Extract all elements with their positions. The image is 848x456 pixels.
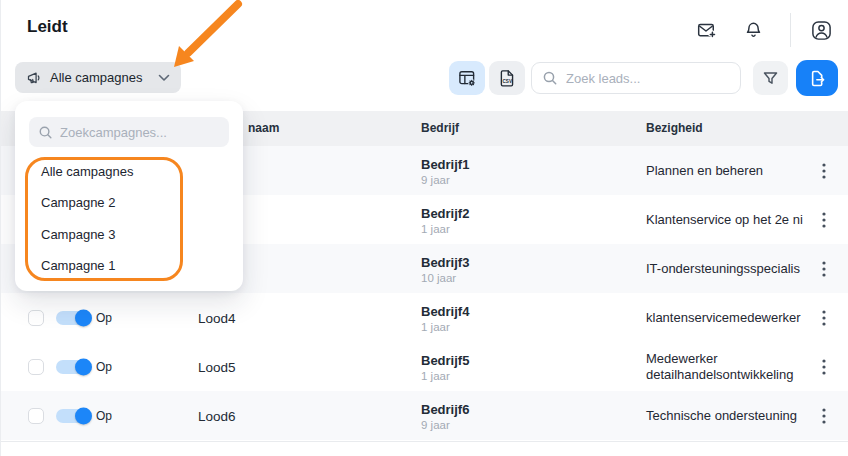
company-name: Bedrijf2 bbox=[421, 205, 469, 220]
row-menu-button[interactable] bbox=[815, 354, 833, 380]
kebab-icon bbox=[822, 310, 826, 326]
export-button[interactable] bbox=[796, 60, 838, 96]
leads-search-input[interactable] bbox=[566, 71, 730, 86]
company-age: 9 jaar bbox=[421, 418, 469, 430]
table-row: Op Lood6 Bedrijf6 9 jaar Technische onde… bbox=[1, 391, 848, 440]
company-age: 1 jaar bbox=[421, 320, 469, 332]
table-columns-gear-icon bbox=[458, 69, 477, 88]
column-header-name: naam bbox=[248, 111, 279, 146]
toggle-knob bbox=[75, 358, 92, 375]
occupation: Plannen en beheren bbox=[646, 163, 824, 179]
row-menu-button[interactable] bbox=[815, 403, 833, 429]
compose-mail-button[interactable] bbox=[692, 16, 720, 44]
company-name: Bedrijf1 bbox=[421, 156, 469, 171]
campaign-search-input[interactable] bbox=[60, 125, 220, 140]
campaign-dropdown: Alle campagnes Campagne 2 Campagne 3 Cam… bbox=[15, 101, 243, 291]
company-cell: Bedrijf1 9 jaar bbox=[421, 156, 469, 185]
toggle-label: Op bbox=[96, 409, 112, 423]
row-menu-button[interactable] bbox=[815, 305, 833, 331]
account-button[interactable] bbox=[807, 16, 835, 44]
company-age: 1 jaar bbox=[421, 369, 469, 381]
company-cell: Bedrijf4 1 jaar bbox=[421, 303, 469, 332]
megaphone-icon bbox=[26, 70, 42, 86]
page-title: Leidt bbox=[27, 17, 68, 37]
toggle-knob bbox=[75, 407, 92, 424]
company-name: Bedrijf3 bbox=[421, 254, 469, 269]
company-name: Bedrijf6 bbox=[421, 401, 469, 416]
dropdown-item[interactable]: Alle campagnes bbox=[41, 162, 134, 182]
leads-page: Leidt Alle campagnes bbox=[0, 0, 848, 456]
company-cell: Bedrijf5 1 jaar bbox=[421, 352, 469, 381]
lead-name: Lood5 bbox=[198, 359, 236, 374]
dropdown-item[interactable]: Campagne 2 bbox=[41, 193, 115, 213]
company-age: 9 jaar bbox=[421, 173, 469, 185]
row-checkbox[interactable] bbox=[28, 310, 44, 326]
toggle-label: Op bbox=[96, 311, 112, 325]
table-row: Op Lood4 Bedrijf4 1 jaar klantenservicem… bbox=[1, 293, 848, 342]
column-settings-button[interactable] bbox=[449, 61, 485, 95]
kebab-icon bbox=[822, 261, 826, 277]
column-header-company: Bedrijf bbox=[421, 111, 459, 146]
kebab-icon bbox=[822, 163, 826, 179]
occupation: Medewerker detailhandelsontwikkeling bbox=[646, 351, 824, 383]
column-header-occupation: Bezigheid bbox=[646, 111, 703, 146]
row-checkbox[interactable] bbox=[28, 359, 44, 375]
occupation: Technische ondersteuning bbox=[646, 408, 824, 424]
search-icon bbox=[542, 70, 558, 86]
search-icon bbox=[38, 125, 53, 140]
row-toggle[interactable] bbox=[56, 409, 91, 423]
bell-icon bbox=[744, 21, 763, 40]
company-cell: Bedrijf3 10 jaar bbox=[421, 254, 469, 283]
company-name: Bedrijf5 bbox=[421, 352, 469, 367]
company-cell: Bedrijf2 1 jaar bbox=[421, 205, 469, 234]
dropdown-item[interactable]: Campagne 1 bbox=[41, 256, 115, 276]
campaign-filter-label: Alle campagnes bbox=[50, 70, 143, 85]
notifications-button[interactable] bbox=[739, 16, 767, 44]
company-age: 1 jaar bbox=[421, 222, 469, 234]
row-menu-button[interactable] bbox=[815, 256, 833, 282]
kebab-icon bbox=[822, 212, 826, 228]
company-name: Bedrijf4 bbox=[421, 303, 469, 318]
mail-plus-icon bbox=[697, 21, 716, 40]
occupation: klantenservicemedewerker bbox=[646, 310, 824, 326]
lead-name: Lood6 bbox=[198, 408, 236, 423]
user-avatar-icon bbox=[811, 20, 832, 41]
kebab-icon bbox=[822, 359, 826, 375]
company-age: 10 jaar bbox=[421, 271, 469, 283]
lead-name: Lood4 bbox=[198, 310, 236, 325]
kebab-icon bbox=[822, 408, 826, 424]
company-cell: Bedrijf6 9 jaar bbox=[421, 401, 469, 430]
topbar-divider bbox=[790, 13, 791, 47]
toggle-knob bbox=[75, 309, 92, 326]
row-toggle[interactable] bbox=[56, 311, 91, 325]
occupation: Klantenservice op het 2e ni bbox=[646, 212, 824, 228]
campaign-filter-button[interactable]: Alle campagnes bbox=[15, 62, 181, 93]
svg-text:CSV: CSV bbox=[502, 78, 512, 83]
campaign-search bbox=[29, 117, 229, 147]
csv-file-icon: CSV bbox=[498, 69, 517, 88]
row-menu-button[interactable] bbox=[815, 207, 833, 233]
dropdown-item[interactable]: Campagne 3 bbox=[41, 225, 115, 245]
filter-button[interactable] bbox=[753, 61, 788, 95]
chevron-down-icon bbox=[158, 74, 170, 82]
leads-search bbox=[531, 62, 741, 94]
toggle-label: Op bbox=[96, 360, 112, 374]
export-csv-button[interactable]: CSV bbox=[489, 61, 525, 95]
occupation: IT-ondersteuningsspecialis bbox=[646, 261, 824, 277]
export-file-arrow-icon bbox=[808, 69, 827, 88]
funnel-icon bbox=[762, 70, 779, 87]
row-checkbox[interactable] bbox=[28, 408, 44, 424]
row-toggle[interactable] bbox=[56, 360, 91, 374]
table-bottom-divider bbox=[1, 441, 848, 442]
table-row: Op Lood5 Bedrijf5 1 jaar Medewerker deta… bbox=[1, 342, 848, 391]
row-menu-button[interactable] bbox=[815, 158, 833, 184]
